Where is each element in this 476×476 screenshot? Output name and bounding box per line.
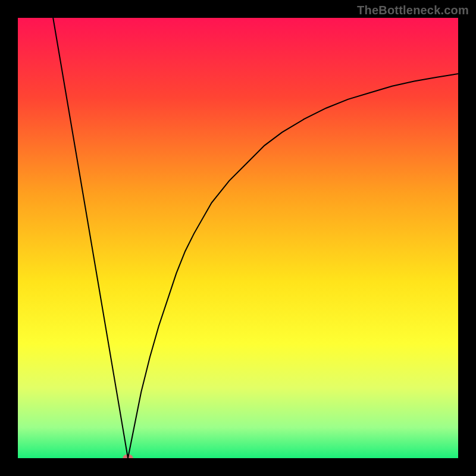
watermark-label: TheBottleneck.com bbox=[357, 4, 469, 17]
chart-frame: TheBottleneck.com bbox=[0, 0, 476, 476]
curve-left bbox=[53, 18, 128, 458]
curve-right bbox=[128, 74, 458, 458]
curve-overlay bbox=[18, 18, 458, 458]
plot-area bbox=[18, 18, 458, 458]
